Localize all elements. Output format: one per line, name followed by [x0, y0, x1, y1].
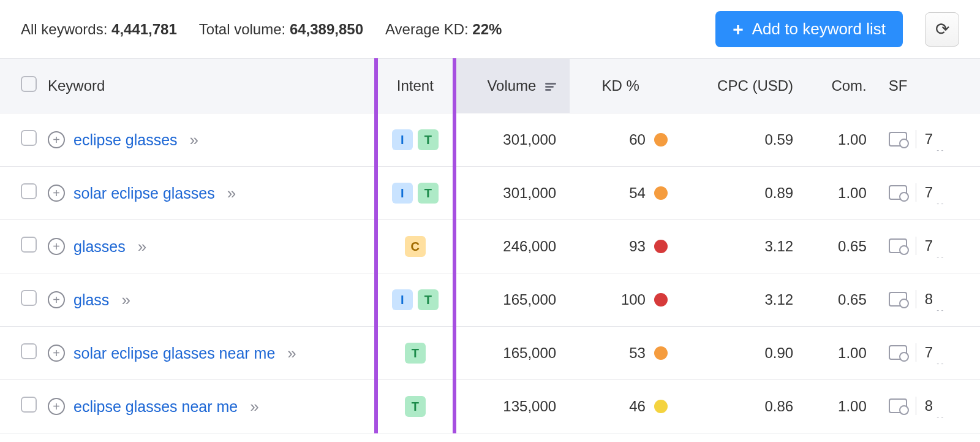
volume-value: 165,000 — [454, 327, 570, 380]
sf-trend-icon: - - — [937, 146, 943, 154]
row-checkbox[interactable] — [21, 397, 37, 413]
kd-value: 60 — [629, 131, 646, 148]
expand-icon[interactable]: + — [48, 291, 65, 308]
expand-icon[interactable]: + — [48, 131, 65, 148]
sf-trend-icon: - - — [937, 306, 943, 314]
stat-value: 64,389,850 — [290, 21, 363, 37]
sf-value: 7 — [925, 344, 933, 361]
cpc-value: 0.59 — [682, 113, 808, 167]
highlight-border — [453, 58, 456, 433]
volume-value: 165,000 — [454, 273, 570, 327]
keyword-table: Keyword Intent Volume KD % CPC (USD) Com… — [0, 58, 980, 433]
stat-all-keywords: All keywords: 4,441,781 — [21, 21, 177, 38]
kd-value: 46 — [629, 398, 646, 415]
keyword-link[interactable]: eclipse glasses near me — [74, 398, 238, 416]
kd-value: 54 — [629, 185, 646, 202]
sf-value: 8 — [925, 291, 933, 308]
col-sf[interactable]: SF — [881, 59, 980, 113]
row-checkbox[interactable] — [21, 290, 37, 306]
sf-trend-icon: - - — [937, 199, 943, 208]
col-volume[interactable]: Volume — [454, 59, 570, 113]
sf-value: 8 — [925, 397, 933, 414]
keyword-link[interactable]: glass — [74, 291, 109, 309]
col-keyword[interactable]: Keyword — [48, 59, 376, 113]
col-cpc[interactable]: CPC (USD) — [682, 59, 808, 113]
stat-label: Total volume: — [199, 21, 290, 37]
keyword-link[interactable]: eclipse glasses — [74, 131, 178, 149]
keyword-link[interactable]: solar eclipse glasses near me — [74, 345, 275, 362]
expand-icon[interactable]: + — [48, 185, 65, 202]
expand-icon[interactable]: + — [48, 345, 65, 362]
com-value: 1.00 — [808, 380, 881, 433]
kd-value: 100 — [621, 291, 646, 308]
stat-label: Average KD: — [385, 21, 472, 37]
table-row: +eclipse glasses near me»T135,000460.861… — [0, 380, 980, 433]
chevron-right-icon[interactable]: » — [227, 184, 236, 203]
intent-badge-i[interactable]: I — [392, 129, 413, 150]
intent-badge-i[interactable]: I — [392, 183, 413, 204]
add-to-keyword-list-button[interactable]: + Add to keyword list — [715, 11, 903, 47]
kd-value: 53 — [629, 345, 646, 362]
cpc-value: 0.89 — [682, 167, 808, 220]
button-label: Add to keyword list — [752, 20, 886, 39]
sf-value: 7 — [925, 237, 933, 254]
plus-icon: + — [733, 20, 744, 39]
col-label: Intent — [397, 77, 434, 94]
com-value: 1.00 — [808, 327, 881, 380]
col-intent[interactable]: Intent — [376, 59, 454, 113]
row-checkbox[interactable] — [21, 237, 37, 253]
checkbox-icon[interactable] — [21, 76, 37, 92]
intent-badge-t[interactable]: T — [405, 343, 426, 364]
serp-preview-icon[interactable] — [889, 185, 907, 200]
serp-preview-icon[interactable] — [889, 345, 907, 360]
intent-badge-t[interactable]: T — [418, 183, 439, 204]
sf-value: 7 — [925, 184, 933, 201]
expand-icon[interactable]: + — [48, 238, 65, 255]
kd-difficulty-dot — [654, 186, 668, 200]
refresh-button[interactable]: ⟳ — [925, 12, 959, 47]
chevron-right-icon[interactable]: » — [250, 397, 258, 416]
chevron-right-icon[interactable]: » — [138, 237, 146, 256]
chevron-right-icon[interactable]: » — [121, 291, 130, 310]
keyword-link[interactable]: solar eclipse glasses — [74, 185, 215, 202]
refresh-icon: ⟳ — [935, 19, 949, 39]
serp-preview-icon[interactable] — [889, 132, 907, 147]
col-kd[interactable]: KD % — [570, 59, 682, 113]
sort-desc-icon — [545, 83, 556, 91]
cpc-value: 3.12 — [682, 273, 808, 327]
chevron-right-icon[interactable]: » — [190, 131, 198, 150]
highlight-border — [374, 58, 378, 433]
chevron-right-icon[interactable]: » — [287, 344, 296, 363]
keyword-link[interactable]: glasses — [74, 238, 126, 256]
intent-badge-t[interactable]: T — [418, 289, 439, 310]
stats-bar: All keywords: 4,441,781 Total volume: 64… — [0, 0, 980, 58]
intent-badge-t[interactable]: T — [418, 129, 439, 150]
row-checkbox[interactable] — [21, 130, 37, 146]
com-value: 1.00 — [808, 167, 881, 220]
com-value: 0.65 — [808, 273, 881, 327]
serp-preview-icon[interactable] — [889, 292, 907, 307]
separator — [916, 237, 916, 255]
kd-difficulty-dot — [654, 240, 668, 253]
row-checkbox[interactable] — [21, 343, 37, 359]
separator — [916, 343, 916, 362]
table-header-row: Keyword Intent Volume KD % CPC (USD) Com… — [0, 59, 980, 113]
serp-preview-icon[interactable] — [889, 238, 907, 253]
col-com[interactable]: Com. — [808, 59, 881, 113]
stat-total-volume: Total volume: 64,389,850 — [199, 21, 363, 38]
kd-value: 93 — [629, 238, 646, 255]
table-row: +glass»IT165,0001003.120.658- - — [0, 273, 980, 327]
separator — [916, 290, 916, 308]
com-value: 0.65 — [808, 220, 881, 273]
cpc-value: 3.12 — [682, 220, 808, 273]
stat-value: 22% — [472, 21, 502, 37]
expand-icon[interactable]: + — [48, 398, 65, 415]
intent-badge-c[interactable]: C — [405, 236, 426, 257]
intent-badge-t[interactable]: T — [405, 396, 426, 417]
separator — [916, 183, 916, 202]
row-checkbox[interactable] — [21, 183, 37, 199]
intent-badge-i[interactable]: I — [392, 289, 413, 310]
stat-label: All keywords: — [21, 21, 111, 37]
col-select-all[interactable] — [0, 59, 48, 113]
serp-preview-icon[interactable] — [889, 398, 907, 413]
